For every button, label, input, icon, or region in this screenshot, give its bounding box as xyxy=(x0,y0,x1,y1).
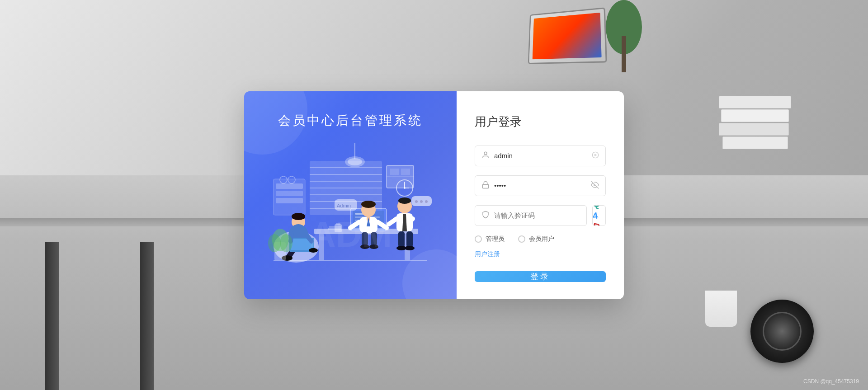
right-panel: 用户登录 xyxy=(457,91,624,299)
captcha-text: YQ4RF xyxy=(593,205,605,226)
member-radio-label: 会员用户 xyxy=(529,235,554,243)
svg-point-72 xyxy=(280,234,292,252)
system-title: 会员中心后台管理系统 xyxy=(278,112,423,129)
admin-radio[interactable] xyxy=(475,235,482,243)
book-2 xyxy=(721,109,789,122)
camera-lens-decoration xyxy=(750,300,814,363)
svg-point-84 xyxy=(484,152,487,155)
svg-rect-18 xyxy=(276,183,303,189)
captcha-image[interactable]: YQ4RF xyxy=(592,205,606,226)
captcha-char-4: R xyxy=(592,221,602,226)
svg-point-76 xyxy=(425,200,428,203)
user-icon xyxy=(481,151,490,161)
svg-point-74 xyxy=(415,200,418,203)
svg-rect-81 xyxy=(336,223,340,225)
cup-decoration xyxy=(705,291,737,327)
svg-point-37 xyxy=(361,201,376,208)
svg-rect-11 xyxy=(390,169,399,175)
svg-point-75 xyxy=(420,200,423,203)
desk-leg-left xyxy=(45,242,59,390)
books-decoration xyxy=(719,54,800,190)
laptop-screen xyxy=(528,7,607,64)
svg-rect-88 xyxy=(482,184,489,188)
svg-point-48 xyxy=(398,197,411,204)
svg-point-25 xyxy=(348,158,362,165)
admin-radio-label: 管理员 xyxy=(486,235,505,243)
username-input[interactable] xyxy=(494,152,592,160)
register-link[interactable]: 用户注册 xyxy=(475,250,606,258)
member-radio-item[interactable]: 会员用户 xyxy=(518,235,554,243)
plant-stem xyxy=(622,36,626,72)
login-title: 用户登录 xyxy=(475,114,606,130)
clear-icon[interactable] xyxy=(592,151,599,160)
svg-rect-19 xyxy=(276,191,303,196)
login-button[interactable]: 登录 xyxy=(475,271,606,282)
captcha-input[interactable] xyxy=(494,211,580,219)
lock-icon xyxy=(481,181,490,191)
office-illustration: Admin ADM xyxy=(264,143,436,278)
svg-point-55 xyxy=(405,246,415,250)
password-input[interactable] xyxy=(494,182,591,189)
admin-radio-item[interactable]: 管理员 xyxy=(475,235,505,243)
role-radio-group: 管理员 会员用户 xyxy=(475,235,606,243)
watermark: CSDN @qq_45475319 xyxy=(803,378,859,385)
book-1 xyxy=(719,96,791,108)
laptop-decoration xyxy=(527,6,618,82)
svg-rect-20 xyxy=(276,198,303,203)
svg-rect-53 xyxy=(406,231,413,247)
login-card: 会员中心后台管理系统 xyxy=(244,91,624,299)
captcha-row: YQ4RF xyxy=(475,205,606,226)
captcha-input-wrapper xyxy=(475,205,587,226)
svg-rect-52 xyxy=(398,231,405,247)
eye-icon[interactable] xyxy=(591,181,599,191)
password-group xyxy=(475,175,606,196)
username-group xyxy=(475,146,606,166)
member-radio[interactable] xyxy=(518,235,525,243)
svg-rect-82 xyxy=(328,228,341,230)
username-input-wrapper xyxy=(475,146,606,166)
left-panel: 会员中心后台管理系统 xyxy=(244,91,457,299)
shield-icon xyxy=(481,211,490,221)
book-4 xyxy=(722,136,788,149)
svg-point-59 xyxy=(292,213,305,220)
svg-rect-83 xyxy=(329,226,341,228)
svg-text:Admin: Admin xyxy=(337,203,351,208)
desk-leg-right xyxy=(140,242,154,390)
svg-text:ADM: ADM xyxy=(310,214,392,254)
password-input-wrapper xyxy=(475,175,606,196)
svg-point-71 xyxy=(268,234,281,252)
captcha-char-3: 4 xyxy=(592,210,599,221)
book-3 xyxy=(719,123,789,136)
captcha-char-2: Q xyxy=(592,205,602,210)
svg-rect-12 xyxy=(401,169,410,175)
